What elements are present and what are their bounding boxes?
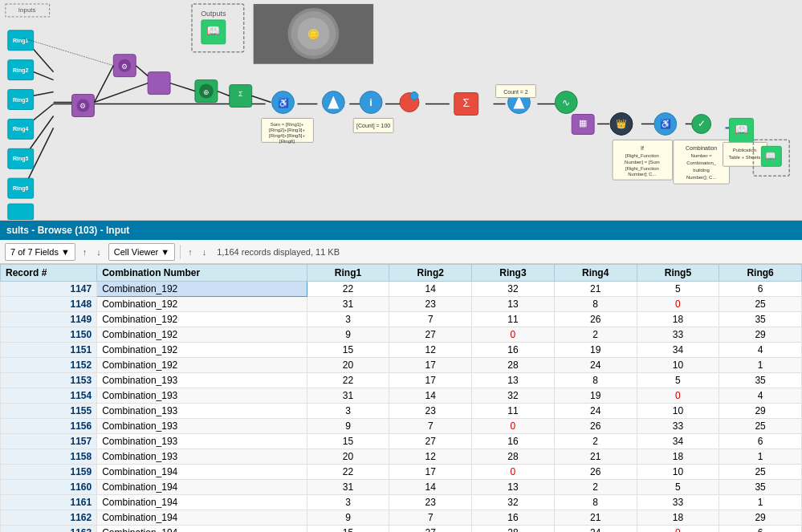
table-cell: 14 xyxy=(389,388,472,404)
table-cell: 5 xyxy=(637,480,719,495)
table-row[interactable]: 1156Combination_193970263325 xyxy=(1,419,802,434)
col-header-ring3: Ring3 xyxy=(472,265,555,282)
svg-text:If: If xyxy=(641,145,644,151)
table-cell: 23 xyxy=(389,495,472,510)
table-row[interactable]: 1158Combination_19320122821181 xyxy=(1,449,802,465)
table-cell-combo: Combination_194 xyxy=(97,465,307,480)
svg-text:Ring3: Ring3 xyxy=(13,97,28,104)
table-cell: 24 xyxy=(554,358,637,373)
table-cell: 22 xyxy=(307,373,389,388)
svg-text:Number] = [Sum: Number] = [Sum xyxy=(625,160,660,164)
data-table-container[interactable]: Record # Combination Number Ring1 Ring2 … xyxy=(0,264,802,532)
table-cell-combo: Combination_192 xyxy=(97,282,307,297)
table-cell: 13 xyxy=(472,297,555,312)
table-cell: 29 xyxy=(719,510,802,526)
table-row[interactable]: 1157Combination_1931527162346 xyxy=(1,434,802,449)
table-cell: 20 xyxy=(307,449,389,465)
table-cell: 26 xyxy=(554,419,637,434)
table-row[interactable]: 1151Combination_19215121619344 xyxy=(1,343,802,358)
table-row[interactable]: 1148Combination_1923123138025 xyxy=(1,297,802,312)
table-row[interactable]: 1163Combination_1941527282406 xyxy=(1,526,802,533)
nav-up-button[interactable]: ↑ xyxy=(185,246,195,258)
table-row[interactable]: 1150Combination_192927023329 xyxy=(1,327,802,343)
table-cell: 25 xyxy=(719,297,802,312)
table-cell: 4 xyxy=(719,343,802,358)
table-cell-combo: Combination_193 xyxy=(97,434,307,449)
table-cell: 33 xyxy=(637,327,719,343)
up-arrow-button[interactable]: ↑ xyxy=(80,246,90,258)
table-cell: 27 xyxy=(389,526,472,533)
svg-text:✓: ✓ xyxy=(698,118,706,129)
table-cell: 17 xyxy=(389,373,472,388)
table-cell: 12 xyxy=(389,449,472,465)
svg-text:Combination_: Combination_ xyxy=(686,160,717,165)
table-row[interactable]: 1149Combination_1923711261835 xyxy=(1,312,802,327)
table-cell: 23 xyxy=(389,297,472,312)
table-cell-combo: Combination_192 xyxy=(97,343,307,358)
table-cell: 0 xyxy=(637,526,719,533)
cell-viewer-button[interactable]: Cell Viewer ▼ xyxy=(108,243,175,261)
table-cell: 21 xyxy=(554,449,637,465)
table-cell: 1 xyxy=(719,495,802,510)
table-cell: 0 xyxy=(637,297,719,312)
table-cell: 24 xyxy=(554,404,637,419)
table-cell: 1161 xyxy=(1,495,97,510)
col-header-ring2: Ring2 xyxy=(389,265,472,282)
svg-rect-39 xyxy=(148,72,170,95)
table-cell: 26 xyxy=(554,465,637,480)
table-cell: 11 xyxy=(472,312,555,327)
table-cell: 32 xyxy=(472,282,555,297)
fields-button[interactable]: 7 of 7 Fields ▼ xyxy=(5,243,75,261)
table-cell: 22 xyxy=(307,282,389,297)
svg-text:♿: ♿ xyxy=(660,118,671,129)
svg-text:⊕: ⊕ xyxy=(203,88,210,96)
table-row[interactable]: 1152Combination_19220172824101 xyxy=(1,358,802,373)
table-cell: 23 xyxy=(389,404,472,419)
table-cell: 16 xyxy=(472,434,555,449)
svg-text:∿: ∿ xyxy=(562,97,570,108)
table-cell-combo: Combination_194 xyxy=(97,526,307,533)
svg-text:building: building xyxy=(693,168,710,173)
table-cell: 15 xyxy=(307,526,389,533)
svg-text:Ring2: Ring2 xyxy=(13,67,28,74)
table-cell: 27 xyxy=(389,434,472,449)
table-cell: 35 xyxy=(719,373,802,388)
table-cell: 31 xyxy=(307,480,389,495)
table-cell: 12 xyxy=(389,343,472,358)
table-row[interactable]: 1160Combination_1943114132535 xyxy=(1,480,802,495)
table-cell: 2 xyxy=(554,480,637,495)
table-cell: 8 xyxy=(554,495,637,510)
table-row[interactable]: 1147Combination_1922214322156 xyxy=(1,282,802,297)
table-body: 1147Combination_19222143221561148Combina… xyxy=(1,282,802,533)
table-cell: 9 xyxy=(307,510,389,526)
table-cell: 10 xyxy=(637,404,719,419)
table-cell: 9 xyxy=(307,327,389,343)
cell-viewer-arrow: ▼ xyxy=(161,247,169,257)
svg-text:Ring4: Ring4 xyxy=(13,126,28,132)
table-cell: 28 xyxy=(472,358,555,373)
table-cell: 2 xyxy=(554,434,637,449)
svg-text:📖: 📖 xyxy=(735,123,749,136)
table-cell: 19 xyxy=(554,343,637,358)
data-table: Record # Combination Number Ring1 Ring2 … xyxy=(0,264,802,532)
svg-text:Sum = [Ring1]+: Sum = [Ring1]+ xyxy=(271,122,304,127)
table-row[interactable]: 1153Combination_1932217138535 xyxy=(1,373,802,388)
table-cell: 0 xyxy=(637,388,719,404)
table-cell: 25 xyxy=(719,465,802,480)
svg-text:Number(]; C...: Number(]; C... xyxy=(686,175,717,180)
svg-text:📖: 📖 xyxy=(206,24,221,38)
down-arrow-button[interactable]: ↓ xyxy=(94,246,104,258)
table-cell: 19 xyxy=(554,388,637,404)
table-row[interactable]: 1162Combination_1949716211829 xyxy=(1,510,802,526)
table-cell: 1 xyxy=(719,449,802,465)
table-row[interactable]: 1154Combination_1933114321904 xyxy=(1,388,802,404)
nav-down-button[interactable]: ↓ xyxy=(200,246,210,258)
svg-text:[Ring2]+[Ring3]+: [Ring2]+[Ring3]+ xyxy=(269,128,305,132)
table-cell: 10 xyxy=(637,358,719,373)
table-row[interactable]: 1159Combination_19422170261025 xyxy=(1,465,802,480)
table-cell: 21 xyxy=(554,282,637,297)
table-row[interactable]: 1161Combination_194323328331 xyxy=(1,495,802,510)
table-cell-combo: Combination_192 xyxy=(97,297,307,312)
table-cell: 0 xyxy=(472,327,555,343)
table-row[interactable]: 1155Combination_19332311241029 xyxy=(1,404,802,419)
